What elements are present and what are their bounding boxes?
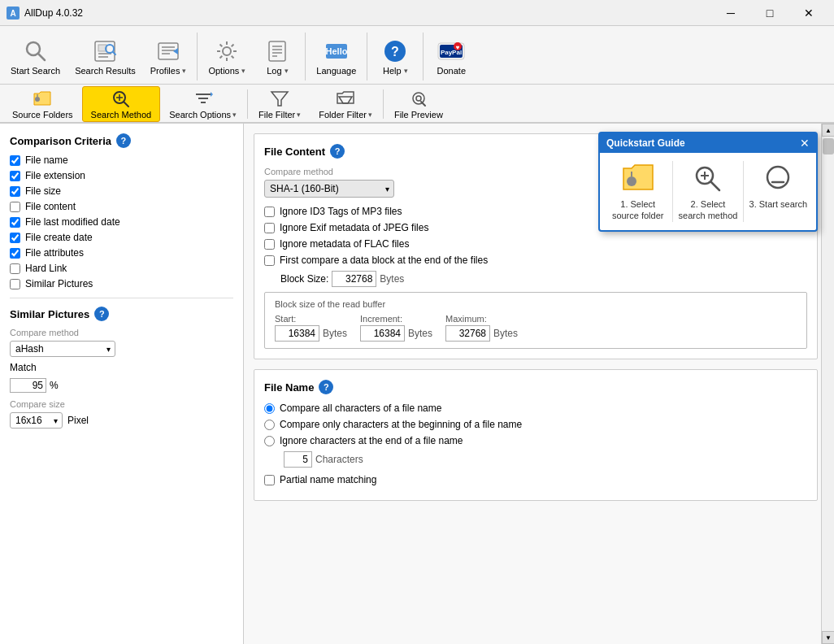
fc-compare-method-select[interactable]: SHA-1 (160-Bit) MD5 (128-Bit) Byte-by-By…	[264, 180, 394, 198]
sp-compare-size-select[interactable]: 16x16 32x32 64x64	[10, 412, 63, 429]
fn-radio-beginning-input[interactable]	[264, 420, 275, 430]
fc-ignore-mp3-input[interactable]	[264, 207, 275, 217]
close-button[interactable]: ✕	[790, 0, 827, 26]
checkbox-file-attributes[interactable]: File attributes	[10, 247, 233, 259]
checkbox-file-size[interactable]: File size	[10, 185, 233, 197]
checkbox-hard-link[interactable]: Hard Link	[10, 263, 233, 274]
quickstart-step-3[interactable]: 3. Start search	[749, 161, 808, 222]
fn-characters-input[interactable]	[284, 451, 312, 468]
fc-compare-method-wrapper: SHA-1 (160-Bit) MD5 (128-Bit) Byte-by-By…	[264, 180, 394, 198]
sp-compare-size-wrapper: 16x16 32x32 64x64	[10, 412, 63, 429]
donate-label: Donate	[437, 66, 466, 76]
checkbox-file-create-date[interactable]: File create date	[10, 232, 233, 243]
tb2-source-folders[interactable]: Source Folders	[3, 86, 82, 122]
fc-block-size-input[interactable]	[332, 271, 376, 287]
fc-first-compare[interactable]: First compare a data block at the end of…	[264, 255, 807, 266]
fc-first-compare-label: First compare a data block at the end of…	[280, 255, 488, 266]
fn-radio-all-input[interactable]	[264, 403, 275, 414]
sp-match-row: Match	[10, 362, 233, 373]
fn-radio-all[interactable]: Compare all characters of a file name	[264, 402, 807, 414]
toolbar2-sep2	[383, 89, 384, 119]
toolbar-options[interactable]: Options ▾	[201, 29, 253, 84]
toolbar-search-results[interactable]: Search Results	[67, 29, 143, 84]
file-preview-label: File Preview	[394, 110, 443, 120]
fc-buffer-increment-col: Increment: Bytes	[360, 314, 432, 342]
file-content-help-button[interactable]: ?	[330, 144, 345, 159]
fc-ignore-exif-input[interactable]	[264, 223, 275, 233]
checkbox-similar-pictures[interactable]: Similar Pictures	[10, 278, 233, 289]
file-content-title: File Content	[264, 146, 325, 158]
scroll-down-button[interactable]: ▼	[822, 631, 834, 644]
fc-buffer-start-input[interactable]	[275, 325, 319, 342]
fn-partial-matching-input[interactable]	[264, 475, 275, 485]
log-icon	[264, 38, 290, 64]
fn-radio-beginning[interactable]: Compare only characters at the beginning…	[264, 419, 807, 430]
checkbox-file-create-date-input[interactable]	[10, 233, 20, 243]
checkbox-file-extension-input[interactable]	[10, 171, 20, 181]
checkbox-file-last-modified[interactable]: File last modified date	[10, 216, 233, 228]
tb2-file-filter[interactable]: File Filter ▾	[250, 86, 310, 122]
toolbar-start-search[interactable]: Start Search	[3, 29, 67, 84]
fc-buffer-start-col: Start: Bytes	[275, 314, 347, 342]
scroll-thumb[interactable]	[823, 138, 834, 154]
fn-partial-matching[interactable]: Partial name matching	[264, 474, 807, 485]
svg-line-41	[124, 102, 128, 107]
toolbar-donate[interactable]: PayPal ♥ Donate	[427, 29, 476, 84]
fn-radio-end[interactable]: Ignore characters at the end of a file n…	[264, 435, 807, 446]
checkbox-file-name-input[interactable]	[10, 155, 20, 166]
app-icon: A	[7, 7, 20, 20]
file-name-section: File Name ? Compare all characters of a …	[254, 369, 818, 501]
toolbar-language[interactable]: Hello Language	[309, 29, 363, 84]
start-search-label: Start Search	[11, 66, 60, 76]
checkbox-file-size-input[interactable]	[10, 186, 20, 197]
tb2-file-preview[interactable]: File Preview	[385, 86, 452, 122]
fn-radio-all-label: Compare all characters of a file name	[280, 402, 441, 414]
quickstart-step1-icon	[619, 161, 658, 194]
checkbox-file-content-input[interactable]	[10, 202, 20, 212]
maximize-button[interactable]: □	[751, 0, 788, 26]
fc-buffer-increment-input[interactable]	[360, 325, 405, 342]
comparison-criteria-label: Comparison Criteria	[10, 135, 111, 147]
svg-line-23	[220, 55, 223, 58]
similar-pictures-label: Similar Pictures	[10, 308, 89, 320]
fn-radio-end-input[interactable]	[264, 436, 275, 446]
checkbox-file-attributes-input[interactable]	[10, 248, 20, 259]
tb2-search-options[interactable]: Search Options ▾	[160, 86, 245, 122]
fc-ignore-flac[interactable]: Ignore metadata of FLAC files	[264, 238, 807, 250]
sp-compare-size-label: Compare size	[10, 399, 233, 409]
scroll-up-button[interactable]: ▲	[822, 124, 834, 137]
checkbox-file-content[interactable]: File content	[10, 201, 233, 212]
checkbox-file-extension[interactable]: File extension	[10, 170, 233, 181]
options-label: Options	[208, 66, 239, 76]
toolbar-help[interactable]: ? Help ▾	[371, 29, 419, 84]
scrollbar-track: ▲ ▼	[821, 124, 834, 644]
checkbox-file-name[interactable]: File name	[10, 154, 233, 166]
quickstart-step-2[interactable]: 2. Select search method	[678, 161, 737, 222]
file-name-header: File Name ?	[264, 380, 807, 394]
toolbar-log[interactable]: Log ▾	[253, 29, 302, 84]
checkbox-hard-link-input[interactable]	[10, 263, 20, 274]
tb2-folder-filter[interactable]: Folder Filter ▾	[310, 86, 381, 122]
folder-filter-label: Folder Filter	[319, 110, 367, 120]
svg-point-59	[767, 167, 788, 188]
fc-first-compare-input[interactable]	[264, 255, 275, 266]
comparison-criteria-help-button[interactable]: ?	[116, 133, 131, 148]
minimize-button[interactable]: ─	[712, 0, 749, 26]
svg-text:A: A	[10, 9, 15, 18]
quickstart-close-button[interactable]: ✕	[800, 137, 810, 150]
file-name-help-button[interactable]: ?	[319, 380, 333, 394]
tb2-search-method[interactable]: Search Method	[82, 86, 161, 122]
checkbox-file-content-label: File content	[25, 201, 76, 212]
sp-compare-method-select[interactable]: aHash dHash pHash	[10, 341, 115, 357]
checkbox-similar-pictures-input[interactable]	[10, 279, 20, 289]
fc-buffer-max-input[interactable]	[445, 325, 490, 342]
fc-ignore-flac-input[interactable]	[264, 239, 275, 250]
toolbar-profiles[interactable]: Profiles ▾	[143, 29, 194, 84]
checkbox-file-last-modified-input[interactable]	[10, 217, 20, 228]
quickstart-step-1[interactable]: 1. Select source folder	[608, 161, 667, 222]
help-label: Help	[383, 66, 402, 76]
sp-match-input[interactable]	[10, 378, 46, 393]
title-bar: A AllDup 4.0.32 ─ □ ✕	[0, 0, 834, 26]
quickstart-sep1	[672, 161, 673, 222]
similar-pictures-help-button[interactable]: ?	[94, 307, 109, 321]
